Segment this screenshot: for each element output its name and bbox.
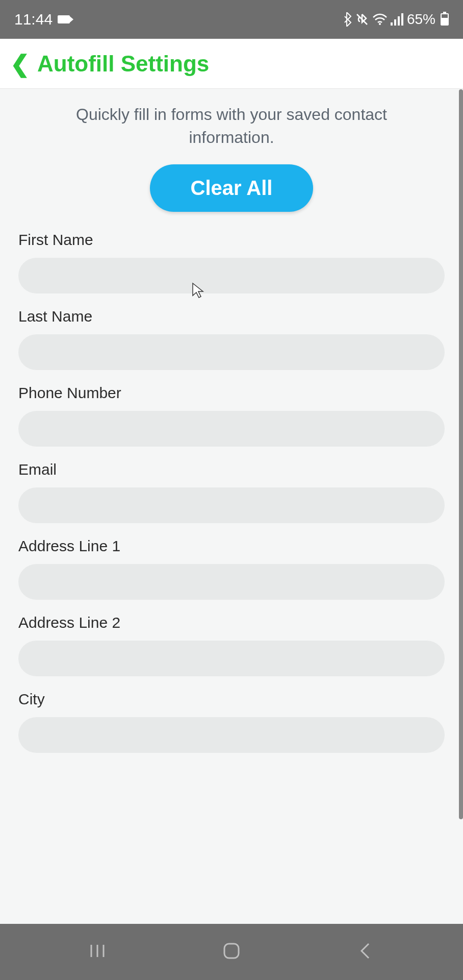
description-text: Quickly fill in forms with your saved co… [18, 103, 445, 149]
vibrate-icon [355, 12, 369, 27]
email-input[interactable] [18, 487, 445, 523]
page-header: ❮ Autofill Settings [0, 39, 463, 89]
address-line-2-input[interactable] [18, 641, 445, 676]
form-group-first-name: First Name [18, 231, 445, 293]
bluetooth-icon [343, 12, 352, 27]
form-group-email: Email [18, 461, 445, 523]
city-label: City [18, 691, 445, 708]
last-name-label: Last Name [18, 308, 445, 325]
address-line-1-label: Address Line 1 [18, 537, 445, 555]
wifi-icon [372, 13, 388, 26]
nav-back-button[interactable] [355, 941, 376, 963]
status-right: 65% [343, 11, 449, 28]
svg-rect-8 [224, 944, 239, 958]
form-group-address-line-1: Address Line 1 [18, 537, 445, 600]
first-name-label: First Name [18, 231, 445, 249]
home-button[interactable] [221, 941, 242, 963]
email-label: Email [18, 461, 445, 478]
address-line-1-input[interactable] [18, 564, 445, 600]
status-left: 11:44 [14, 11, 70, 28]
phone-number-label: Phone Number [18, 384, 445, 402]
form-group-address-line-2: Address Line 2 [18, 614, 445, 676]
signal-icon [391, 13, 404, 26]
status-bar: 11:44 65% [0, 0, 463, 39]
svg-rect-2 [394, 19, 396, 26]
form-group-phone-number: Phone Number [18, 384, 445, 447]
battery-percent: 65% [407, 11, 435, 28]
video-recording-icon [58, 15, 70, 23]
clear-all-button[interactable]: Clear All [150, 164, 314, 212]
content-area: Quickly fill in forms with your saved co… [0, 89, 463, 924]
form-group-last-name: Last Name [18, 308, 445, 370]
last-name-input[interactable] [18, 334, 445, 370]
first-name-input[interactable] [18, 258, 445, 293]
form-group-city: City [18, 691, 445, 753]
phone-number-input[interactable] [18, 411, 445, 447]
navigation-bar [0, 924, 463, 980]
city-input[interactable] [18, 717, 445, 753]
recents-button[interactable] [87, 941, 108, 963]
svg-rect-3 [398, 16, 400, 26]
back-button[interactable]: ❮ [10, 50, 30, 78]
svg-rect-4 [401, 13, 403, 26]
battery-icon [441, 13, 449, 26]
page-title: Autofill Settings [37, 51, 209, 77]
svg-rect-1 [391, 22, 393, 26]
status-time: 11:44 [14, 11, 53, 28]
address-line-2-label: Address Line 2 [18, 614, 445, 631]
svg-point-0 [379, 23, 381, 25]
scrollbar[interactable] [459, 89, 463, 819]
